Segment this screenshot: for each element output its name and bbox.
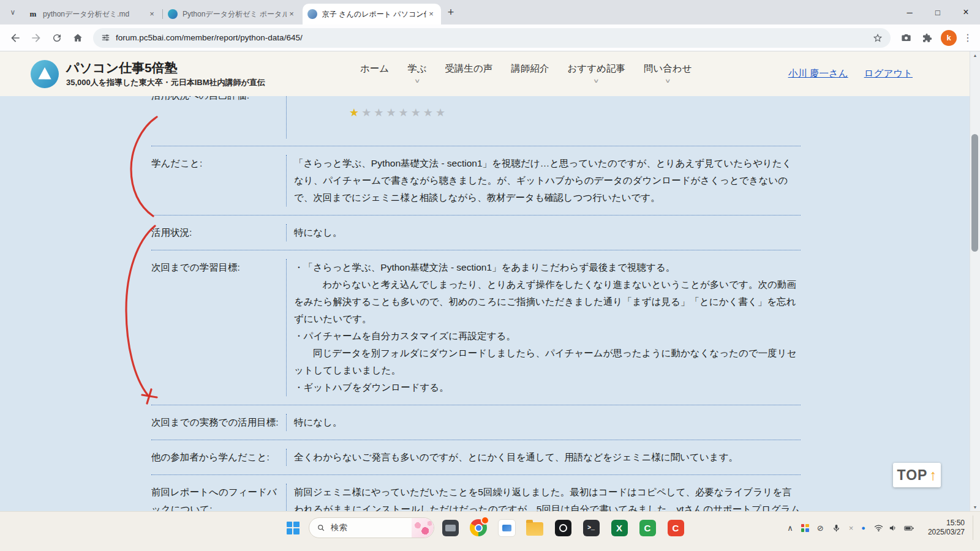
monitor-icon (442, 520, 459, 536)
scroll-up-arrow-icon[interactable]: ▲ (970, 51, 980, 60)
notification-badge (481, 516, 489, 525)
row-value: 特になし。 (286, 224, 801, 241)
camera-icon (900, 32, 912, 43)
nav-item-home[interactable]: ホーム (360, 62, 389, 86)
back-button[interactable] (5, 28, 26, 48)
nav-item-voices[interactable]: 受講生の声 (445, 62, 493, 86)
taskbar-app-red-c[interactable]: C (663, 515, 688, 540)
network-volume-battery-cluster[interactable] (873, 523, 915, 533)
camera-button[interactable] (895, 28, 916, 48)
chevron-down-icon: ∨ (593, 78, 600, 84)
tab-close-icon[interactable]: × (147, 9, 157, 19)
forward-arrow-icon (30, 32, 42, 44)
tab-title: pythonデータ分析ゼミ.md (43, 9, 147, 20)
star-filled-icon: ★ (349, 107, 361, 119)
portal-favicon-icon (168, 9, 178, 19)
taskbar-app-file-explorer[interactable] (522, 515, 547, 540)
start-button[interactable] (281, 515, 305, 540)
row-value: ・「さらっと学ぶ、Python基礎文法 - section1」をあまりこだわらず… (286, 259, 801, 396)
nav-item-instructors[interactable]: 講師紹介 (511, 62, 549, 86)
user-name-link[interactable]: 小川 慶一さん (788, 67, 848, 80)
extensions-button[interactable] (916, 28, 937, 48)
scroll-down-arrow-icon[interactable]: ▼ (970, 503, 980, 512)
home-button[interactable] (67, 28, 88, 48)
reload-button[interactable] (47, 28, 67, 48)
taskbar-app-mail[interactable] (494, 515, 519, 540)
site-subtitle: 35,000人を指導した東大卒・元日本IBM社内講師が直伝 (66, 77, 265, 88)
up-arrow-icon: ↑ (929, 467, 937, 484)
site-title: パソコン仕事5倍塾 (66, 60, 265, 76)
blue-status-dot-icon[interactable]: ● (861, 525, 865, 531)
tab-close-icon[interactable]: × (287, 9, 296, 19)
chevron-down-icon: ∨ (665, 78, 671, 84)
scroll-to-top-button[interactable]: TOP ↑ (893, 463, 941, 487)
bookmark-star-icon[interactable] (872, 32, 883, 43)
window-maximize-button[interactable]: □ (924, 0, 952, 24)
report-row-study-goal: 次回までの学習目標: ・「さらっと学ぶ、Python基礎文法 - section… (151, 250, 801, 405)
tray-chevron-up-icon[interactable]: ∧ (787, 524, 793, 532)
url-text[interactable]: forum.pc5bai.com/member/report/python-da… (116, 33, 872, 42)
row-label: 前回レポートへのフィードバックについて: (151, 484, 286, 512)
red-c-app-icon: C (668, 520, 684, 536)
volume-icon (888, 523, 899, 533)
tune-icon (100, 32, 111, 43)
tab-close-icon[interactable]: × (426, 9, 436, 19)
taskbar-app-excel[interactable]: X (607, 515, 631, 540)
nav-item-contact[interactable]: 問い合わせ ∨ (644, 62, 692, 86)
nav-label: おすすめ記事 (567, 62, 625, 75)
taskbar-app-dark[interactable] (551, 515, 575, 540)
browser-menu-button[interactable]: ⋮ (960, 32, 975, 43)
nav-label: 講師紹介 (511, 62, 549, 75)
nav-item-learn[interactable]: 学ぶ ∨ (407, 62, 426, 86)
window-close-button[interactable]: × (952, 0, 980, 24)
nav-label: 受講生の声 (445, 62, 493, 75)
nav-item-articles[interactable]: おすすめ記事 ∨ (567, 62, 625, 86)
new-tab-button[interactable]: + (442, 4, 459, 21)
home-icon (72, 32, 84, 44)
taskbar-app-green-c[interactable]: C (635, 515, 660, 540)
taskbar: 検索 >_ X C C ∧ ⊘ × ● (0, 511, 980, 551)
row-label: 学んだこと: (151, 155, 286, 206)
browser-tab-bar: ∨ m pythonデータ分析ゼミ.md × Pythonデータ分析ゼミ ポータ… (0, 0, 980, 24)
browser-toolbar: forum.pc5bai.com/member/report/python-da… (0, 24, 980, 51)
logout-link[interactable]: ログアウト (864, 67, 913, 80)
profile-avatar[interactable]: k (941, 30, 957, 46)
clock-date: 2025/03/27 (923, 528, 965, 537)
green-c-app-icon: C (639, 520, 656, 536)
tray-grid-icon[interactable] (801, 524, 809, 532)
row-label: 他の参加者から学んだこと: (151, 449, 286, 466)
user-links: 小川 慶一さん ログアウト (788, 51, 913, 96)
report-row-work-goal: 次回までの実務での活用目標: 特になし。 (151, 405, 801, 440)
taskbar-search[interactable]: 検索 (309, 517, 434, 538)
nav-label: 学ぶ (407, 62, 426, 75)
folder-icon (526, 522, 543, 536)
browser-tab-1[interactable]: m pythonデータ分析ゼミ.md × (23, 4, 162, 24)
taskbar-app-terminal[interactable]: >_ (579, 515, 603, 540)
tray-x-icon[interactable]: × (849, 524, 854, 532)
scrollbar-thumb[interactable] (971, 134, 978, 252)
battery-icon (903, 523, 915, 533)
show-desktop-button[interactable] (973, 515, 976, 540)
back-arrow-icon (9, 32, 21, 44)
taskbar-clock[interactable]: 15:50 2025/03/27 (923, 519, 965, 537)
tab-search-button[interactable]: ∨ (5, 4, 21, 20)
seasonal-flower-image[interactable] (412, 518, 434, 538)
star-empty-icon: ★★★★★★★ (361, 107, 448, 119)
page-scrollbar[interactable]: ▲ ▼ (970, 51, 980, 512)
do-not-disturb-icon[interactable]: ⊘ (817, 524, 824, 532)
microphone-icon[interactable] (832, 523, 841, 533)
window-minimize-button[interactable]: ─ (895, 0, 924, 24)
chevron-down-icon: ∨ (414, 78, 421, 84)
browser-tab-2[interactable]: Pythonデータ分析ゼミ ポータルトッ × (163, 4, 301, 24)
address-bar[interactable]: forum.pc5bai.com/member/report/python-da… (93, 28, 891, 48)
taskbar-app-chrome[interactable] (466, 515, 491, 540)
site-brand[interactable]: パソコン仕事5倍塾 35,000人を指導した東大卒・元日本IBM社内講師が直伝 (31, 60, 265, 88)
browser-tab-3-active[interactable]: 京子 さんのレポート パソコン仕事 5 × (303, 4, 441, 24)
row-value: 全くわからないご発言も多いのですが、とにかく目を通して、用語などをジェミニ様に聞… (286, 449, 801, 466)
forward-button[interactable] (26, 28, 47, 48)
report-favicon-icon (307, 9, 317, 19)
taskbar-app-monitor[interactable] (438, 515, 462, 540)
report-row-learned: 学んだこと: 「さらっと学ぶ、Python基礎文法 - section1」を視聴… (151, 146, 801, 216)
row-label: 活用状況: (151, 224, 286, 241)
chevron-down-icon: ∨ (10, 8, 16, 17)
